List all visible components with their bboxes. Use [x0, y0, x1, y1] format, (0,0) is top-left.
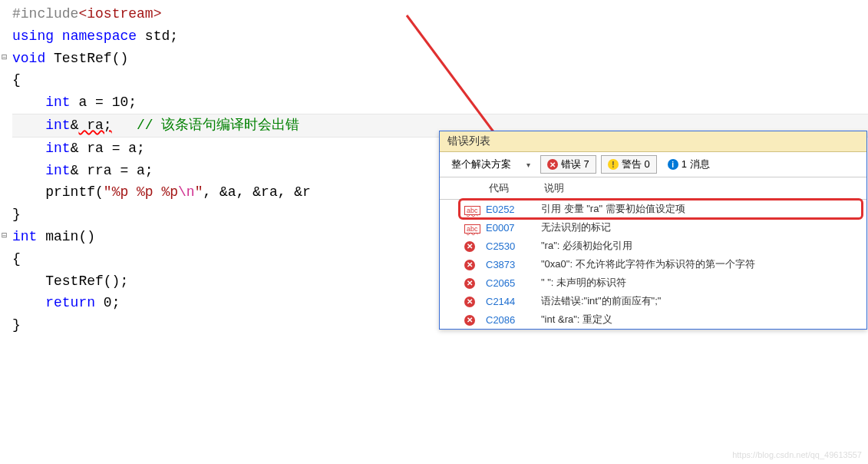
error-row[interactable]: ✕ C2144 语法错误:"int"的前面应有";" [440, 292, 866, 310]
error-code: E0252 [486, 204, 541, 215]
error-icon: ✕ [464, 297, 475, 307]
errors-count: 错误 7 [561, 157, 589, 171]
error-list-panel: 错误列表 整个解决方案 ▾ ✕ 错误 7 ! 警告 0 i 1 消息 代码 说明… [439, 131, 867, 330]
error-description: 无法识别的标记 [541, 220, 863, 234]
error-description: 语法错误:"int"的前面应有";" [541, 294, 863, 308]
code-line: int a = 10; [12, 91, 868, 114]
error-description: "int &ra": 重定义 [541, 313, 863, 326]
error-description: " ": 未声明的标识符 [541, 276, 863, 290]
error-icon: ✕ [464, 241, 475, 252]
error-row[interactable]: ✕ C2086 "int &ra": 重定义 [440, 310, 866, 329]
code-line: ⊟void TestRef() [12, 48, 868, 70]
error-toolbar: 整个解决方案 ▾ ✕ 错误 7 ! 警告 0 i 1 消息 [440, 152, 866, 177]
messages-count: 1 消息 [682, 157, 710, 171]
scope-dropdown[interactable]: 整个解决方案 ▾ [446, 155, 536, 174]
error-row[interactable]: ✕ C2065 " ": 未声明的标识符 [440, 273, 866, 292]
errors-filter-button[interactable]: ✕ 错误 7 [540, 155, 596, 174]
error-icon: ✕ [464, 315, 475, 326]
info-icon: i [668, 159, 678, 170]
error-row[interactable]: abc E0252 引用 变量 "ra" 需要初始值设定项 [440, 200, 866, 218]
scope-label: 整个解决方案 [451, 157, 511, 171]
warning-icon: ! [608, 159, 619, 170]
error-description: "0xa0": 不允许将此字符作为标识符的第一个字符 [541, 257, 863, 271]
error-row[interactable]: ✕ C3873 "0xa0": 不允许将此字符作为标识符的第一个字符 [440, 255, 866, 273]
collapse-icon[interactable]: ⊟ [2, 51, 7, 65]
error-icon: ✕ [547, 159, 558, 170]
warnings-filter-button[interactable]: ! 警告 0 [601, 155, 657, 174]
error-description: "ra": 必须初始化引用 [541, 239, 863, 253]
error-code: C2065 [486, 277, 541, 289]
intellisense-icon: abc [464, 224, 480, 234]
header-description[interactable]: 说明 [541, 180, 863, 197]
messages-filter-button[interactable]: i 1 消息 [662, 156, 716, 173]
error-icon: ✕ [464, 278, 475, 289]
watermark: https://blog.csdn.net/qq_49613557 [732, 450, 862, 459]
chevron-down-icon: ▾ [526, 161, 530, 169]
error-code: C2144 [486, 296, 541, 307]
intellisense-icon: abc [464, 206, 480, 215]
error-row[interactable]: abc E0007 无法识别的标记 [440, 218, 866, 237]
error-row[interactable]: ✕ C2530 "ra": 必须初始化引用 [440, 237, 866, 255]
error-rows-container: abc E0252 引用 变量 "ra" 需要初始值设定项 abc E0007 … [440, 200, 866, 329]
error-icon: ✕ [464, 260, 475, 270]
error-panel-title: 错误列表 [440, 131, 866, 152]
error-list-header: 代码 说明 [440, 177, 866, 200]
error-description: 引用 变量 "ra" 需要初始值设定项 [541, 202, 863, 216]
error-code: E0007 [486, 222, 541, 234]
error-code: C2530 [486, 240, 541, 252]
error-code: C2086 [486, 314, 541, 326]
error-code: C3873 [486, 259, 541, 270]
code-line: #include<iostream> [12, 3, 868, 25]
header-code[interactable]: 代码 [486, 180, 541, 197]
code-line: { [12, 69, 868, 91]
collapse-icon[interactable]: ⊟ [2, 229, 7, 244]
warnings-count: 警告 0 [622, 157, 650, 171]
code-line: using namespace std; [12, 25, 868, 48]
